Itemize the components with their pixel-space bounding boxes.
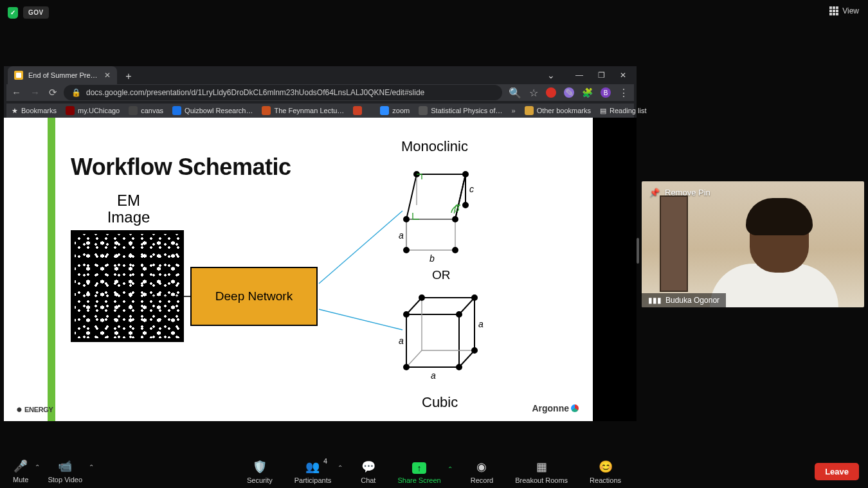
bookmark-item[interactable]: canvas xyxy=(129,106,163,115)
svg-point-12 xyxy=(463,172,468,177)
close-tab-icon[interactable]: ✕ xyxy=(104,71,111,80)
security-button[interactable]: 🛡️ Security xyxy=(243,458,276,485)
microphone-icon: 🎤 xyxy=(14,459,28,473)
svg-line-24 xyxy=(459,350,475,367)
reactions-icon: 😊 xyxy=(599,460,613,474)
svg-text:c: c xyxy=(469,184,474,194)
favicon-icon xyxy=(172,106,181,115)
view-label: View xyxy=(842,6,859,15)
shared-browser-window: End of Summer Presentation - G… ✕ + ⌄ — … xyxy=(4,66,637,421)
back-icon[interactable]: ← xyxy=(12,87,21,98)
chat-label: Chat xyxy=(361,476,375,484)
mute-label: Mute xyxy=(13,476,28,483)
svg-text:β: β xyxy=(453,203,460,213)
svg-point-36 xyxy=(472,348,477,353)
bookmark-item[interactable]: Quizbowl Research… xyxy=(172,106,253,115)
speaker-video-tile[interactable]: 📌 Remove Pin ▮▮▮ Buduka Ogonor xyxy=(642,181,864,307)
participants-options-chevron-icon[interactable]: ⌃ xyxy=(338,464,343,480)
participants-icon: 👥 xyxy=(305,460,320,474)
bookmark-item[interactable]: ★Bookmarks xyxy=(12,107,57,115)
participants-button[interactable]: 👥 4 Participants xyxy=(291,458,335,485)
url-bar: ← → ⟳ 🔒 docs.google.com/presentation/d/1… xyxy=(6,84,634,101)
bookmarks-overflow-icon[interactable]: » xyxy=(512,107,516,114)
argonne-mark-icon xyxy=(571,404,579,412)
svg-point-31 xyxy=(457,312,462,317)
new-tab-button[interactable]: + xyxy=(121,69,136,84)
grid-icon xyxy=(829,6,838,15)
share-options-chevron-icon[interactable]: ⌃ xyxy=(448,465,453,482)
star-bookmark-icon[interactable]: ☆ xyxy=(529,87,538,99)
tab-title: End of Summer Presentation - G… xyxy=(28,71,99,79)
mute-button[interactable]: 🎤 Mute xyxy=(9,458,32,485)
maximize-window-icon[interactable]: ❐ xyxy=(590,68,612,83)
svg-point-33 xyxy=(457,365,462,370)
share-label: Share Screen xyxy=(397,476,440,484)
energy-logo: ENERGY xyxy=(24,406,53,413)
chat-button[interactable]: 💬 Chat xyxy=(357,458,379,485)
svg-text:b: b xyxy=(429,253,435,264)
tab-strip: End of Summer Presentation - G… ✕ + ⌄ — … xyxy=(4,66,637,84)
extensions-icon[interactable]: 🧩 xyxy=(582,87,593,98)
pin-icon: 📌 xyxy=(649,188,660,197)
browser-tab[interactable]: End of Summer Presentation - G… ✕ xyxy=(8,66,117,84)
profile-avatar[interactable]: B xyxy=(601,87,611,98)
extension-feather-icon[interactable]: ✎ xyxy=(564,87,574,98)
signal-icon: ▮▮▮ xyxy=(648,296,662,305)
reading-list-icon: ▤ xyxy=(600,107,606,115)
bookmark-item[interactable] xyxy=(353,106,362,115)
bookmark-item[interactable]: Statistical Physics of… xyxy=(419,106,502,115)
extension-red-icon[interactable] xyxy=(546,87,556,98)
leave-button[interactable]: Leave xyxy=(815,463,859,480)
remove-pin-button[interactable]: 📌 Remove Pin xyxy=(649,188,710,197)
svg-point-14 xyxy=(404,248,409,253)
view-button[interactable]: View xyxy=(829,6,859,15)
schematic-svg: a b c β a xyxy=(4,118,593,421)
svg-line-3 xyxy=(319,309,402,330)
minimize-window-icon[interactable]: — xyxy=(568,68,590,83)
share-screen-icon: ↑ xyxy=(412,462,426,474)
folder-icon xyxy=(525,106,534,115)
other-bookmarks[interactable]: Other bookmarks xyxy=(525,106,591,115)
person-hair xyxy=(746,198,813,235)
svg-text:a: a xyxy=(399,336,404,346)
gov-badge: GOV xyxy=(23,6,49,19)
svg-text:a: a xyxy=(478,319,484,329)
bookmarks-bar: ★Bookmarks my.UChicago canvas Quizbowl R… xyxy=(6,104,634,118)
breakout-label: Breakout Rooms xyxy=(515,476,568,484)
bookmark-item[interactable]: The Feynman Lectu… xyxy=(262,106,344,115)
close-window-icon[interactable]: ✕ xyxy=(612,68,634,83)
zoom-icon[interactable]: 🔍 xyxy=(509,87,521,99)
reading-list[interactable]: ▤Reading list xyxy=(600,107,646,115)
record-button[interactable]: ◉ Record xyxy=(467,458,497,485)
bookmark-item[interactable]: my.UChicago xyxy=(66,106,120,115)
svg-point-32 xyxy=(404,365,409,370)
audio-options-chevron-icon[interactable]: ⌃ xyxy=(35,464,40,480)
browser-menu-icon[interactable]: ⋮ xyxy=(619,87,629,99)
leave-label: Leave xyxy=(825,467,849,476)
breakout-icon: ▦ xyxy=(536,460,547,474)
bookmark-item[interactable]: zoom xyxy=(380,106,410,115)
reactions-label: Reactions xyxy=(590,476,621,484)
pane-resize-handle[interactable] xyxy=(637,238,639,264)
svg-line-22 xyxy=(406,298,422,314)
svg-line-27 xyxy=(406,350,422,367)
reactions-button[interactable]: 😊 Reactions xyxy=(586,458,625,485)
reload-icon[interactable]: ⟳ xyxy=(49,87,57,98)
breakout-rooms-button[interactable]: ▦ Breakout Rooms xyxy=(511,458,572,485)
speaker-name: Buduka Ogonor xyxy=(665,296,719,305)
participants-count: 4 xyxy=(323,457,327,465)
svg-line-23 xyxy=(459,298,475,314)
presentation-slide: Workflow Schematic EMImage Deep Network … xyxy=(4,118,593,421)
shield-icon: 🛡️ xyxy=(253,460,267,474)
stop-video-button[interactable]: 📹 Stop Video xyxy=(44,458,86,485)
url-field[interactable]: 🔒 docs.google.com/presentation/d/1LryLld… xyxy=(64,85,502,100)
share-screen-button[interactable]: ↑ Share Screen xyxy=(393,461,444,485)
gmail-favicon-icon xyxy=(353,106,362,115)
tab-list-chevron-icon[interactable]: ⌄ xyxy=(540,68,562,83)
participants-label: Participants xyxy=(294,476,331,484)
security-label: Security xyxy=(247,476,273,484)
svg-point-35 xyxy=(472,295,477,300)
video-options-chevron-icon[interactable]: ⌃ xyxy=(89,464,94,480)
svg-point-30 xyxy=(404,312,409,317)
forward-icon[interactable]: → xyxy=(30,87,40,98)
